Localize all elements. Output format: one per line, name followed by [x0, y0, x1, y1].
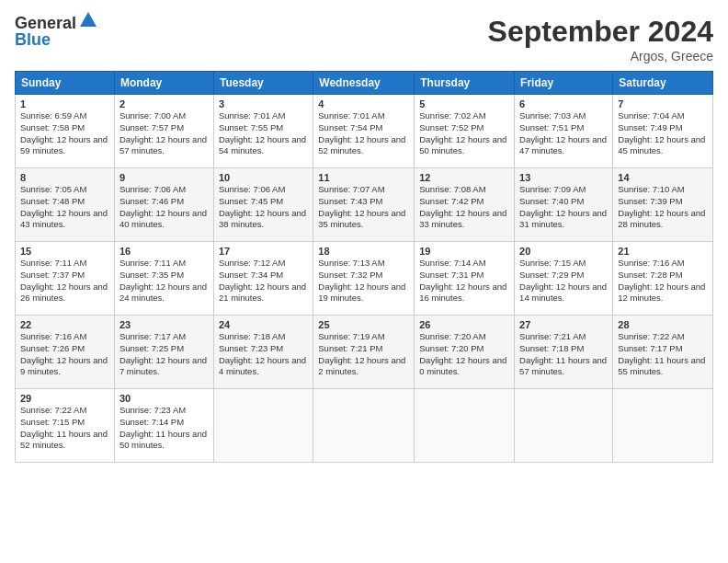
day-info: Sunrise: 7:00 AM Sunset: 7:57 PM Dayligh… [119, 110, 209, 157]
day-info: Sunrise: 7:12 AM Sunset: 7:34 PM Dayligh… [219, 258, 308, 304]
calendar-cell: 10Sunrise: 7:06 AM Sunset: 7:45 PM Dayli… [213, 168, 313, 242]
day-info: Sunrise: 7:22 AM Sunset: 7:15 PM Dayligh… [20, 405, 109, 452]
calendar-cell: 24Sunrise: 7:18 AM Sunset: 7:23 PM Dayli… [213, 316, 313, 389]
calendar-cell: 29Sunrise: 7:22 AM Sunset: 7:15 PM Dayli… [16, 389, 115, 463]
day-info: Sunrise: 7:21 AM Sunset: 7:18 PM Dayligh… [519, 331, 608, 378]
calendar-cell: 23Sunrise: 7:17 AM Sunset: 7:25 PM Dayli… [114, 316, 213, 389]
day-number: 10 [219, 172, 308, 183]
calendar-cell: 5Sunrise: 7:02 AM Sunset: 7:52 PM Daylig… [415, 95, 515, 168]
day-info: Sunrise: 6:59 AM Sunset: 7:58 PM Dayligh… [20, 110, 109, 157]
logo-text: General Blue [15, 15, 98, 48]
col-friday: Friday [515, 72, 613, 95]
day-info: Sunrise: 7:10 AM Sunset: 7:39 PM Dayligh… [618, 184, 708, 231]
day-number: 24 [219, 319, 308, 330]
calendar-week-row: 29Sunrise: 7:22 AM Sunset: 7:15 PM Dayli… [16, 389, 713, 463]
calendar-week-row: 15Sunrise: 7:11 AM Sunset: 7:37 PM Dayli… [16, 242, 713, 316]
day-info: Sunrise: 7:01 AM Sunset: 7:54 PM Dayligh… [318, 110, 409, 157]
day-info: Sunrise: 7:11 AM Sunset: 7:37 PM Dayligh… [20, 258, 109, 304]
calendar-cell [613, 389, 713, 463]
day-number: 22 [20, 319, 109, 330]
day-info: Sunrise: 7:20 AM Sunset: 7:20 PM Dayligh… [419, 331, 509, 378]
calendar-cell: 26Sunrise: 7:20 AM Sunset: 7:20 PM Dayli… [415, 316, 515, 389]
calendar-cell [515, 389, 613, 463]
day-info: Sunrise: 7:06 AM Sunset: 7:45 PM Dayligh… [219, 184, 308, 231]
day-info: Sunrise: 7:16 AM Sunset: 7:26 PM Dayligh… [20, 331, 109, 378]
day-info: Sunrise: 7:19 AM Sunset: 7:21 PM Dayligh… [318, 331, 409, 378]
day-info: Sunrise: 7:11 AM Sunset: 7:35 PM Dayligh… [119, 258, 209, 304]
col-wednesday: Wednesday [313, 72, 415, 95]
calendar-cell: 2Sunrise: 7:00 AM Sunset: 7:57 PM Daylig… [114, 95, 213, 168]
day-number: 2 [119, 98, 209, 109]
day-info: Sunrise: 7:14 AM Sunset: 7:31 PM Dayligh… [419, 258, 509, 304]
calendar-cell: 28Sunrise: 7:22 AM Sunset: 7:17 PM Dayli… [613, 316, 713, 389]
day-number: 19 [419, 246, 509, 257]
day-number: 29 [20, 393, 109, 404]
day-info: Sunrise: 7:09 AM Sunset: 7:40 PM Dayligh… [519, 184, 608, 231]
calendar-cell: 1Sunrise: 6:59 AM Sunset: 7:58 PM Daylig… [16, 95, 115, 168]
month-title: September 2024 [488, 15, 713, 49]
calendar-week-row: 22Sunrise: 7:16 AM Sunset: 7:26 PM Dayli… [16, 316, 713, 389]
day-number: 18 [318, 246, 409, 257]
day-info: Sunrise: 7:03 AM Sunset: 7:51 PM Dayligh… [519, 110, 608, 157]
day-info: Sunrise: 7:01 AM Sunset: 7:55 PM Dayligh… [219, 110, 308, 157]
day-number: 5 [419, 98, 509, 109]
day-number: 11 [318, 172, 409, 183]
calendar-cell: 14Sunrise: 7:10 AM Sunset: 7:39 PM Dayli… [613, 168, 713, 242]
calendar-cell: 20Sunrise: 7:15 AM Sunset: 7:29 PM Dayli… [515, 242, 613, 316]
day-info: Sunrise: 7:23 AM Sunset: 7:14 PM Dayligh… [119, 405, 209, 452]
calendar-cell: 7Sunrise: 7:04 AM Sunset: 7:49 PM Daylig… [613, 95, 713, 168]
day-number: 21 [618, 246, 708, 257]
day-number: 28 [618, 319, 708, 330]
day-info: Sunrise: 7:22 AM Sunset: 7:17 PM Dayligh… [618, 331, 708, 378]
logo-icon [78, 10, 98, 30]
location: Argos, Greece [488, 49, 713, 63]
day-info: Sunrise: 7:07 AM Sunset: 7:43 PM Dayligh… [318, 184, 409, 231]
calendar-cell: 12Sunrise: 7:08 AM Sunset: 7:42 PM Dayli… [415, 168, 515, 242]
day-info: Sunrise: 7:17 AM Sunset: 7:25 PM Dayligh… [119, 331, 209, 378]
svg-marker-0 [80, 12, 97, 27]
day-number: 9 [119, 172, 209, 183]
col-monday: Monday [114, 72, 213, 95]
calendar-cell: 19Sunrise: 7:14 AM Sunset: 7:31 PM Dayli… [415, 242, 515, 316]
day-number: 4 [318, 98, 409, 109]
day-number: 6 [519, 98, 608, 109]
day-number: 27 [519, 319, 608, 330]
calendar-page: General Blue September 2024 Argos, Greec… [0, 0, 728, 563]
day-number: 13 [519, 172, 608, 183]
calendar-cell [313, 389, 415, 463]
calendar-cell: 18Sunrise: 7:13 AM Sunset: 7:32 PM Dayli… [313, 242, 415, 316]
calendar-cell: 9Sunrise: 7:06 AM Sunset: 7:46 PM Daylig… [114, 168, 213, 242]
calendar-cell: 22Sunrise: 7:16 AM Sunset: 7:26 PM Dayli… [16, 316, 115, 389]
calendar-table: Sunday Monday Tuesday Wednesday Thursday… [15, 71, 713, 463]
calendar-cell: 6Sunrise: 7:03 AM Sunset: 7:51 PM Daylig… [515, 95, 613, 168]
calendar-cell [213, 389, 313, 463]
calendar-cell: 8Sunrise: 7:05 AM Sunset: 7:48 PM Daylig… [16, 168, 115, 242]
day-number: 26 [419, 319, 509, 330]
day-number: 17 [219, 246, 308, 257]
calendar-cell: 27Sunrise: 7:21 AM Sunset: 7:18 PM Dayli… [515, 316, 613, 389]
day-info: Sunrise: 7:05 AM Sunset: 7:48 PM Dayligh… [20, 184, 109, 231]
calendar-cell: 13Sunrise: 7:09 AM Sunset: 7:40 PM Dayli… [515, 168, 613, 242]
calendar-cell: 15Sunrise: 7:11 AM Sunset: 7:37 PM Dayli… [16, 242, 115, 316]
day-number: 14 [618, 172, 708, 183]
calendar-week-row: 1Sunrise: 6:59 AM Sunset: 7:58 PM Daylig… [16, 95, 713, 168]
col-thursday: Thursday [415, 72, 515, 95]
calendar-cell: 4Sunrise: 7:01 AM Sunset: 7:54 PM Daylig… [313, 95, 415, 168]
day-number: 30 [119, 393, 209, 404]
calendar-cell: 11Sunrise: 7:07 AM Sunset: 7:43 PM Dayli… [313, 168, 415, 242]
day-number: 15 [20, 246, 109, 257]
day-number: 25 [318, 319, 409, 330]
logo-general: General [15, 15, 76, 31]
calendar-cell: 21Sunrise: 7:16 AM Sunset: 7:28 PM Dayli… [613, 242, 713, 316]
calendar-header-row: Sunday Monday Tuesday Wednesday Thursday… [16, 72, 713, 95]
calendar-week-row: 8Sunrise: 7:05 AM Sunset: 7:48 PM Daylig… [16, 168, 713, 242]
title-area: September 2024 Argos, Greece [488, 15, 713, 63]
day-info: Sunrise: 7:18 AM Sunset: 7:23 PM Dayligh… [219, 331, 308, 378]
day-info: Sunrise: 7:16 AM Sunset: 7:28 PM Dayligh… [618, 258, 708, 304]
day-number: 16 [119, 246, 209, 257]
day-number: 23 [119, 319, 209, 330]
day-info: Sunrise: 7:02 AM Sunset: 7:52 PM Dayligh… [419, 110, 509, 157]
col-tuesday: Tuesday [213, 72, 313, 95]
logo-blue: Blue [15, 31, 98, 48]
day-info: Sunrise: 7:13 AM Sunset: 7:32 PM Dayligh… [318, 258, 409, 304]
